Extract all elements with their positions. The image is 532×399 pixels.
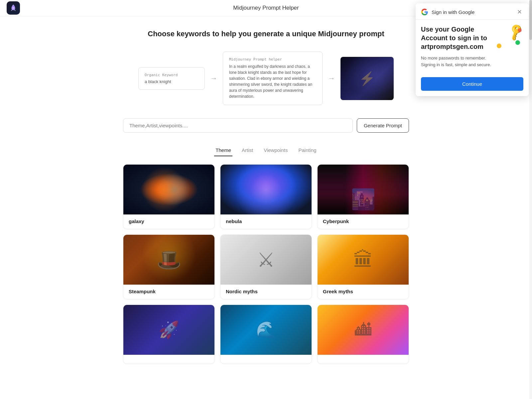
google-popup-title: Sign in with Google (432, 9, 474, 15)
google-popup-headline: Use your Google Account to sign in to ar… (421, 25, 491, 51)
google-popup-text: Use your Google Account to sign in to ar… (421, 25, 491, 68)
card-cyberpunk-image (318, 165, 409, 214)
google-logo-icon (421, 8, 428, 16)
card-steampunk-label: Steampunk (123, 285, 214, 299)
card-steampunk-image (123, 235, 214, 285)
organic-value: a black knight (145, 79, 199, 84)
tab-viewpoints[interactable]: Viewpoints (262, 145, 289, 156)
card-nordic[interactable]: Nordic myths (220, 234, 312, 299)
card-underwater-label (220, 355, 312, 363)
card-scifi-label (123, 355, 214, 363)
generated-image-preview (340, 57, 394, 100)
card-future-city-label (318, 355, 409, 363)
card-nebula-image (220, 165, 312, 214)
generate-prompt-button[interactable]: Generate Prompt (357, 118, 409, 133)
header-title: Midjourney Prompt Helper (233, 5, 299, 11)
prompt-label: Midjourney Prompt helper (229, 57, 316, 62)
card-greek[interactable]: Greek myths (317, 234, 409, 299)
card-galaxy[interactable]: galaxy (123, 164, 215, 229)
tabs-row: Theme Artist Viewpoints Painting (123, 145, 409, 156)
search-bar-row: Generate Prompt (123, 118, 409, 133)
scrollbar-thumb[interactable] (529, 0, 532, 40)
card-nebula-label: nebula (220, 214, 312, 229)
google-signin-popup: Sign in with Google ✕ Use your Google Ac… (416, 3, 529, 96)
dot-yellow (497, 44, 501, 48)
app-logo[interactable] (7, 1, 20, 15)
organic-keyword-box[interactable]: Organic Keyword a black knight (138, 67, 205, 90)
tab-painting[interactable]: Painting (297, 145, 318, 156)
card-galaxy-label: galaxy (123, 214, 214, 229)
card-underwater-image (220, 305, 312, 355)
card-nordic-label: Nordic myths (220, 285, 312, 299)
card-future-city-image (318, 305, 409, 355)
flow-arrow-2: → (328, 74, 335, 83)
tab-artist[interactable]: Artist (240, 145, 254, 156)
card-nebula[interactable]: nebula (220, 164, 312, 229)
organic-label: Organic Keyword (145, 73, 199, 77)
prompt-preview-box: Midjourney Prompt helper In a realm engu… (223, 52, 323, 105)
card-future-city[interactable] (317, 305, 409, 364)
google-popup-body: Use your Google Account to sign in to ar… (416, 20, 529, 73)
card-scifi[interactable] (123, 305, 215, 364)
card-cyberpunk-label: Cyberpunk (318, 214, 409, 229)
dot-green (515, 40, 520, 45)
google-popup-close-button[interactable]: ✕ (515, 8, 523, 16)
tab-theme[interactable]: Theme (214, 145, 232, 156)
google-popup-title-row: Sign in with Google (421, 8, 474, 16)
google-popup-description: No more passwords to remember. Signing i… (421, 55, 491, 68)
theme-grid: galaxy nebula Cyberpunk Steampunk Nordic… (123, 164, 409, 364)
prompt-flow: Organic Keyword a black knight → Midjour… (123, 52, 409, 105)
search-input[interactable] (123, 118, 353, 133)
dot-red (518, 28, 522, 32)
google-continue-button[interactable]: Continue (421, 77, 523, 91)
google-popup-icon-area: 🔑 (497, 25, 523, 52)
rocket-icon (9, 4, 17, 12)
card-steampunk[interactable]: Steampunk (123, 234, 215, 299)
prompt-text: In a realm engulfed by darkness and chao… (229, 64, 316, 99)
google-popup-footer: Continue (416, 73, 529, 96)
key-icon: 🔑 (506, 22, 526, 42)
card-greek-image (318, 235, 409, 285)
svg-point-0 (13, 7, 14, 9)
main-content: Choose keywords to help you generate a u… (116, 16, 416, 384)
card-cyberpunk[interactable]: Cyberpunk (317, 164, 409, 229)
page-headline: Choose keywords to help you generate a u… (123, 30, 409, 38)
card-underwater[interactable] (220, 305, 312, 364)
card-galaxy-image (123, 165, 214, 214)
scrollbar-track (529, 0, 532, 399)
card-nordic-image (220, 235, 312, 285)
flow-arrow-1: → (210, 74, 217, 83)
card-greek-label: Greek myths (318, 285, 409, 299)
google-popup-header: Sign in with Google ✕ (416, 3, 529, 20)
card-scifi-image (123, 305, 214, 355)
